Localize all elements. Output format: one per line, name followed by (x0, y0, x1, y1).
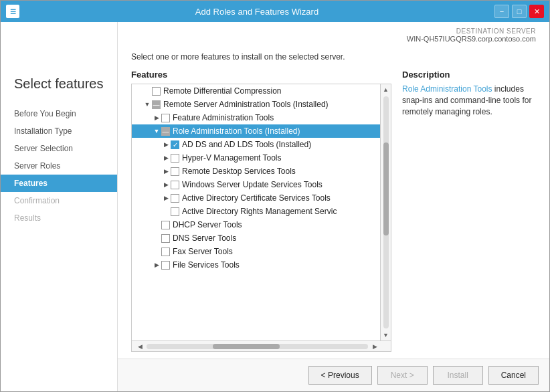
sidebar-item-server-roles[interactable]: Server Roles (1, 157, 117, 175)
expand-rat[interactable]: ▼ (152, 126, 161, 136)
checkbox-fax[interactable] (161, 248, 170, 256)
description-panel: Description Role Administration Tools in… (402, 70, 536, 352)
sidebar-item-confirmation: Confirmation (1, 192, 117, 209)
maximize-button[interactable]: □ (512, 5, 527, 18)
window-title: Add Roles and Features Wizard (19, 7, 494, 17)
scroll-thumb[interactable] (383, 142, 389, 235)
expand-rsat[interactable]: ▼ (143, 100, 152, 109)
checkbox-rsat[interactable]: — (152, 100, 161, 109)
sidebar-item-results: Results (1, 209, 117, 227)
title-bar: ☰ Add Roles and Features Wizard − □ ✕ (1, 1, 549, 22)
checkbox-fat[interactable] (161, 114, 170, 122)
scroll-left-arrow[interactable]: ◀ (134, 341, 145, 352)
minimize-button[interactable]: − (494, 5, 509, 18)
sidebar-item-features[interactable]: Features (1, 175, 117, 192)
checkbox-rdc[interactable] (152, 87, 161, 96)
features-tree[interactable]: Remote Differential Compression ▼ — Remo… (131, 84, 391, 341)
h-scroll-thumb[interactable] (213, 344, 279, 349)
description-title: Description (402, 70, 536, 80)
checkbox-wsus[interactable] (171, 181, 179, 189)
content-area: Select features Before You Begin Install… (1, 22, 549, 391)
tree-item-rds[interactable]: ▶ Remote Desktop Services Tools (132, 165, 380, 178)
sidebar-heading: Select features (1, 62, 117, 98)
sidebar-item-server-selection[interactable]: Server Selection (1, 140, 117, 157)
previous-button[interactable]: < Previous (308, 366, 372, 385)
expand-wsus[interactable]: ▶ (161, 180, 171, 189)
scroll-up-arrow[interactable]: ▲ (381, 84, 391, 95)
window-controls: − □ ✕ (494, 5, 544, 18)
panels-container: Features Remote Differential Compression… (131, 70, 536, 352)
dest-server-label: DESTINATION SERVER (131, 27, 536, 35)
tree-item-adrms[interactable]: Active Directory Rights Management Servi… (132, 205, 380, 218)
tree-item-fat[interactable]: ▶ Feature Administration Tools (132, 111, 380, 124)
label-rds: Remote Desktop Services Tools (182, 167, 296, 176)
checkbox-file[interactable] (161, 261, 170, 270)
label-fax: Fax Server Tools (173, 247, 233, 256)
destination-server-info: DESTINATION SERVER WIN-QH57IUGQRS9.corp.… (118, 22, 549, 45)
h-scroll-track[interactable] (147, 344, 368, 349)
sidebar-item-installation-type[interactable]: Installation Type (1, 122, 117, 140)
label-adcs: Active Directory Certificate Services To… (182, 193, 331, 203)
label-dhcp: DHCP Server Tools (173, 220, 242, 229)
label-dns: DNS Server Tools (173, 233, 236, 243)
checkbox-dhcp[interactable] (161, 221, 170, 229)
checkbox-adcs[interactable] (171, 194, 179, 203)
sidebar: Select features Before You Begin Install… (1, 22, 118, 391)
cancel-button[interactable]: Cancel (488, 366, 539, 385)
footer: < Previous Next > Install Cancel (118, 359, 549, 391)
checkbox-adlds[interactable]: ✓ (171, 140, 179, 149)
label-adlds: AD DS and AD LDS Tools (Installed) (182, 140, 311, 149)
tree-item-rsat[interactable]: ▼ — Remote Server Administration Tools (… (132, 98, 380, 111)
tree-item-dhcp[interactable]: DHCP Server Tools (132, 218, 380, 231)
tree-item-rat[interactable]: ▼ — Role Administration Tools (Installed… (132, 124, 380, 138)
features-panel: Features Remote Differential Compression… (131, 70, 391, 352)
checkbox-dns[interactable] (161, 234, 170, 243)
expand-hyperv[interactable]: ▶ (161, 153, 171, 163)
tree-item-wsus[interactable]: ▶ Windows Server Update Services Tools (132, 178, 380, 191)
dest-server-value: WIN-QH57IUGQRS9.corp.contoso.com (131, 35, 536, 43)
instruction-text: Select one or more features to install o… (131, 52, 536, 62)
label-wsus: Windows Server Update Services Tools (182, 180, 323, 189)
label-hyperv: Hyper-V Management Tools (182, 153, 282, 163)
horizontal-scrollbar[interactable]: ◀ ▶ (131, 341, 391, 352)
checkbox-hyperv[interactable] (171, 154, 179, 163)
description-link[interactable]: Role Administration Tools (402, 84, 492, 94)
expand-adlds[interactable]: ▶ (161, 140, 171, 149)
main-window: ☰ Add Roles and Features Wizard − □ ✕ Se… (0, 0, 550, 392)
scroll-right-arrow[interactable]: ▶ (369, 341, 380, 352)
next-button[interactable]: Next > (377, 366, 428, 385)
tree-item-adlds[interactable]: ▶ ✓ AD DS and AD LDS Tools (Installed) (132, 138, 380, 151)
expand-adcs[interactable]: ▶ (161, 193, 171, 203)
vertical-scrollbar[interactable]: ▲ ▼ (380, 84, 391, 340)
features-panel-title: Features (131, 70, 391, 80)
main-panel: DESTINATION SERVER WIN-QH57IUGQRS9.corp.… (118, 22, 549, 391)
scroll-track[interactable] (383, 96, 389, 328)
label-file: File Services Tools (173, 260, 240, 270)
scroll-down-arrow[interactable]: ▼ (381, 330, 391, 340)
checkbox-rds[interactable] (171, 167, 179, 176)
checkbox-rat[interactable]: — (161, 127, 170, 136)
label-rat: Role Administration Tools (Installed) (173, 126, 300, 136)
checkbox-adrms[interactable] (171, 207, 179, 216)
tree-item-adcs[interactable]: ▶ Active Directory Certificate Services … (132, 191, 380, 205)
tree-item-file[interactable]: ▶ File Services Tools (132, 258, 380, 272)
label-rsat: Remote Server Administration Tools (Inst… (163, 100, 329, 109)
main-body: Select one or more features to install o… (118, 45, 549, 359)
label-fat: Feature Administration Tools (173, 113, 274, 122)
tree-item-dns[interactable]: DNS Server Tools (132, 231, 380, 245)
description-body: Role Administration Tools includes snap-… (402, 84, 536, 117)
label-rdc: Remote Differential Compression (163, 86, 282, 96)
sidebar-nav: Before You Begin Installation Type Serve… (1, 105, 117, 227)
tree-item-hyperv[interactable]: ▶ Hyper-V Management Tools (132, 151, 380, 165)
tree-item-rdc[interactable]: Remote Differential Compression (132, 84, 380, 98)
sidebar-item-before-you-begin[interactable]: Before You Begin (1, 105, 117, 122)
close-button[interactable]: ✕ (529, 5, 544, 18)
expand-fat[interactable]: ▶ (152, 113, 161, 122)
window-icon: ☰ (6, 5, 19, 18)
expand-file[interactable]: ▶ (152, 260, 161, 270)
label-adrms: Active Directory Rights Management Servi… (182, 207, 337, 216)
install-button[interactable]: Install (433, 366, 483, 385)
expand-rds[interactable]: ▶ (161, 167, 171, 176)
tree-item-fax[interactable]: Fax Server Tools (132, 245, 380, 258)
